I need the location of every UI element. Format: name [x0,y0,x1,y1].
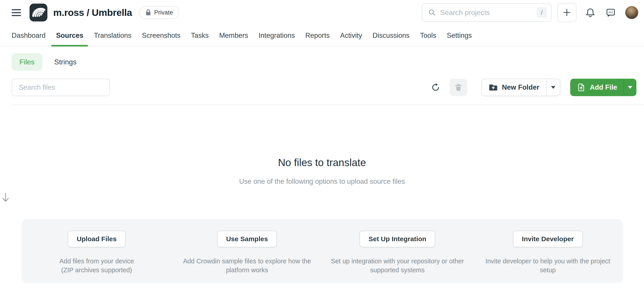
upload-files-button[interactable]: Upload Files [68,231,126,247]
plus-icon [562,8,572,17]
upload-files-option: Upload Files Add files from your device … [22,231,172,283]
search-projects-input[interactable] [440,8,537,17]
notifications-button[interactable] [585,7,596,18]
tab-tools[interactable]: Tools [420,25,436,46]
trash-icon [454,83,463,92]
use-samples-button[interactable]: Use Samples [217,231,277,247]
project-nav-tabs: Dashboard Sources Translations Screensho… [0,25,644,46]
new-folder-label: New Folder [502,84,539,92]
create-project-button[interactable] [557,3,576,22]
new-folder-button[interactable]: New Folder [482,79,546,96]
tab-reports[interactable]: Reports [305,25,330,46]
files-toolbar-actions: New Folder Add File [430,79,636,96]
subtab-files[interactable]: Files [12,53,42,71]
add-file-label: Add File [590,84,617,92]
use-samples-option: Use Samples Add Crowdin sample files to … [172,231,322,283]
empty-state-subtitle: Use one of the following options to uplo… [0,178,644,186]
lock-icon [145,9,151,16]
refresh-button[interactable] [430,82,441,92]
chat-icon [605,7,616,18]
upload-files-description: Add files from your device (ZIP archives… [56,256,137,274]
toolbar-divider [11,104,644,105]
add-file-dropdown-button[interactable] [624,79,636,96]
refresh-icon [430,82,441,92]
privacy-badge-label: Private [154,9,173,16]
project-title: m.ross / Umbrella [53,7,132,18]
tab-sources[interactable]: Sources [56,25,84,46]
crowdin-logo-icon [30,4,48,22]
arrow-down-icon [0,192,11,203]
files-toolbar: New Folder Add File [12,79,636,96]
subtab-strings[interactable]: Strings [54,58,77,66]
file-upload-icon [576,83,586,92]
top-bar: m.ross / Umbrella Private / [0,0,644,25]
search-icon [428,8,436,16]
delete-button[interactable] [450,79,467,96]
setup-integration-option: Set Up Integration Set up integration wi… [322,231,473,283]
invite-developer-option: Invite Developer Invite developer to hel… [473,231,623,283]
invite-developer-description: Invite developer to help you with the pr… [481,256,615,274]
setup-integration-button[interactable]: Set Up Integration [360,231,435,247]
invite-developer-button[interactable]: Invite Developer [513,231,583,247]
add-file-button[interactable]: Add File [570,79,624,96]
new-folder-dropdown-button[interactable] [546,79,560,96]
tab-tasks[interactable]: Tasks [191,25,209,46]
empty-state-title: No files to translate [0,156,644,168]
hamburger-menu-icon[interactable] [12,8,21,17]
messages-button[interactable] [605,7,616,18]
setup-integration-description: Set up integration with your repository … [326,256,469,274]
use-samples-description: Add Crowdin sample files to explore how … [181,256,313,274]
tab-settings[interactable]: Settings [447,25,472,46]
top-bar-left: m.ross / Umbrella Private [12,4,179,22]
privacy-badge: Private [139,6,179,19]
tab-translations[interactable]: Translations [94,25,132,46]
new-folder-split-button: New Folder [482,79,560,96]
tab-activity[interactable]: Activity [340,25,362,46]
search-projects-field[interactable]: / [422,3,552,22]
tab-screenshots[interactable]: Screenshots [142,25,180,46]
chevron-down-icon [551,86,556,89]
add-file-split-button: Add File [570,79,636,96]
bell-icon [585,7,596,18]
upload-options-panel: Upload Files Add files from your device … [22,219,623,283]
tab-integrations[interactable]: Integrations [258,25,295,46]
sources-subnav: Files Strings [12,53,644,71]
crowdin-logo[interactable] [30,4,48,22]
tab-discussions[interactable]: Discussions [372,25,410,46]
chevron-down-icon [628,86,632,89]
empty-state: No files to translate Use one of the fol… [0,156,644,203]
top-bar-right: / [422,3,638,22]
user-avatar[interactable] [625,6,638,19]
tab-dashboard[interactable]: Dashboard [12,25,46,46]
folder-plus-icon [488,83,498,92]
tab-members[interactable]: Members [219,25,248,46]
search-shortcut-key: / [537,7,547,18]
search-files-input[interactable] [12,79,110,96]
